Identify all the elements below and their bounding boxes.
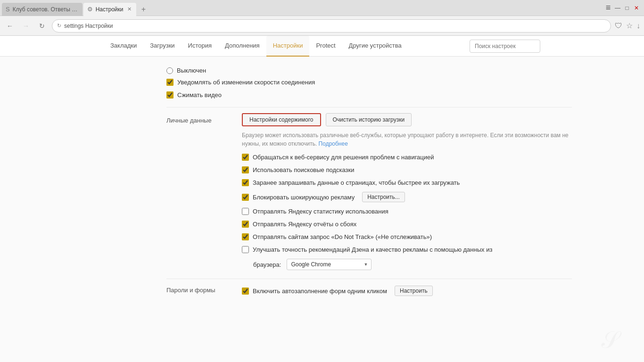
checkbox-send-stats[interactable] (242, 208, 249, 215)
tab-label-settings: Настройки (96, 6, 124, 13)
nav-downloads[interactable]: Загрузки (143, 36, 181, 57)
checkbox-improve-dzen-row: Улучшать точность рекомендаций Дзена и к… (242, 243, 572, 256)
checkbox-do-not-track[interactable] (242, 233, 249, 240)
info-link[interactable]: Подробнее (319, 140, 348, 147)
checkbox-send-reports-row: Отправлять Яндексу отчёты о сбоях (242, 218, 572, 230)
checkbox-do-not-track-row: Отправлять сайтам запрос «Do Not Track» … (242, 230, 572, 243)
settings-search-input[interactable] (470, 40, 540, 53)
tab-icon-klub: S (6, 6, 10, 13)
checkbox-search-hints[interactable] (242, 166, 249, 173)
checkbox-notify-speed[interactable] (166, 79, 173, 86)
checkbox-notify-speed-label: Уведомлять об изменении скорости соедине… (177, 79, 315, 86)
settings-nav: Закладки Загрузки История Дополнения Нас… (0, 36, 644, 57)
checkbox-nav-service-row: Обращаться к веб-сервису для решения про… (242, 151, 572, 164)
page-content: Закладки Загрузки История Дополнения Нас… (0, 36, 644, 362)
shield-icon[interactable]: 🛡 (615, 22, 622, 30)
passwords-section: Пароли и формы Включить автозаполнение ф… (166, 279, 572, 304)
personal-data-section: Личные данные Настройки содержимого Очис… (166, 107, 572, 279)
checkbox-send-stats-row: Отправлять Яндексу статистику использова… (242, 205, 572, 218)
personal-data-info: Браузер может использовать различные веб… (242, 131, 572, 148)
info-text-content: Браузер может использовать различные веб… (242, 132, 569, 147)
tab-label-klub: Клуб советов. Ответы на в... (13, 6, 79, 13)
refresh-button[interactable]: ↻ (36, 20, 48, 32)
download-icon[interactable]: ↓ (636, 22, 640, 30)
address-bar: ← → ↻ ↻ settings Настройки 🛡 ☆ ↓ (0, 16, 644, 36)
tab-klub-sovetov[interactable]: S Клуб советов. Ответы на в... (2, 3, 83, 16)
checkbox-notify-speed-row: Уведомлять об изменении скорости соедине… (166, 76, 572, 89)
passwords-content: Включить автозаполнение форм одним клико… (242, 283, 572, 299)
radio-disabled-label: Выключен (177, 67, 206, 74)
back-button[interactable]: ← (4, 20, 16, 32)
nav-other-devices[interactable]: Другие устройства (342, 36, 408, 57)
tab-settings[interactable]: ⚙ Настройки ✕ (83, 3, 136, 16)
content-settings-button[interactable]: Настройки содержимого (242, 113, 321, 126)
autofill-configure-button[interactable]: Настроить (395, 286, 433, 296)
connection-section: Выключен Уведомлять об изменении скорост… (166, 61, 572, 107)
checkbox-autofill-row: Включить автозаполнение форм одним клико… (242, 283, 572, 299)
clear-history-button[interactable]: Очистить историю загрузки (326, 113, 412, 126)
checkbox-search-hints-label: Использовать поисковые подсказки (253, 166, 355, 173)
checkbox-block-ads[interactable] (242, 194, 249, 201)
configure-ads-button[interactable]: Настроить... (362, 192, 405, 202)
title-bar: S Клуб советов. Ответы на в... ⚙ Настрой… (0, 0, 644, 16)
minimize-button[interactable]: — (614, 4, 621, 12)
restore-button[interactable]: □ (623, 4, 631, 12)
checkbox-nav-service[interactable] (242, 154, 249, 161)
close-button[interactable]: ✕ (633, 4, 640, 12)
url-text: settings Настройки (64, 23, 113, 29)
radio-disabled-row: Выключен (166, 65, 572, 76)
checkbox-send-stats-label: Отправлять Яндексу статистику использова… (253, 208, 388, 215)
bookmark-icon[interactable]: ☆ (626, 21, 633, 30)
checkbox-compress-video-row: Сжимать видео (166, 89, 572, 101)
settings-body: Выключен Уведомлять об изменении скорост… (63, 57, 581, 314)
checkbox-block-ads-row: Блокировать шокирующую рекламу Настроить… (242, 189, 572, 205)
personal-data-label: Личные данные (166, 113, 242, 124)
window-controls: ≡ — □ ✕ (604, 4, 644, 12)
url-security-icon: ↻ (57, 23, 61, 29)
checkbox-compress-video-label: Сжимать видео (177, 91, 222, 99)
tab-close-button[interactable]: ✕ (126, 5, 132, 13)
checkbox-prefetch[interactable] (242, 179, 249, 186)
checkbox-send-reports-label: Отправлять Яндексу отчёты о сбоях (253, 221, 356, 228)
checkbox-nav-service-label: Обращаться к веб-сервису для решения про… (253, 154, 434, 161)
browser-select-prefix-label: браузера: (253, 261, 281, 268)
new-tab-button[interactable]: + (137, 3, 150, 16)
url-bar[interactable]: ↻ settings Настройки (52, 19, 611, 33)
tab-icon-settings: ⚙ (87, 6, 93, 13)
checkbox-autofill-label: Включить автозаполнение форм одним клико… (253, 288, 387, 295)
checkbox-send-reports[interactable] (242, 221, 249, 228)
nav-addons[interactable]: Дополнения (218, 36, 266, 57)
browser-frame: S Клуб советов. Ответы на в... ⚙ Настрой… (0, 0, 644, 362)
tab-bar: S Клуб советов. Ответы на в... ⚙ Настрой… (0, 0, 604, 16)
checkbox-block-ads-label: Блокировать шокирующую рекламу (253, 194, 355, 201)
checkbox-prefetch-row: Заранее запрашивать данные о страницах, … (242, 176, 572, 189)
menu-button[interactable]: ≡ (604, 4, 612, 12)
checkbox-compress-video[interactable] (166, 91, 173, 99)
nav-settings[interactable]: Настройки (266, 36, 310, 57)
checkbox-improve-dzen-label: Улучшать точность рекомендаций Дзена и к… (253, 246, 492, 253)
personal-data-content: Настройки содержимого Очистить историю з… (242, 113, 572, 273)
browser-select-row: браузера: Google Chrome Яндекс Браузер F… (242, 256, 572, 273)
forward-button[interactable]: → (20, 20, 32, 32)
checkbox-autofill[interactable] (242, 288, 249, 295)
nav-history[interactable]: История (182, 36, 218, 57)
checkbox-search-hints-row: Использовать поисковые подсказки (242, 164, 572, 176)
radio-disabled[interactable] (166, 67, 173, 74)
personal-data-buttons: Настройки содержимого Очистить историю з… (242, 113, 572, 126)
browser-select-wrapper: Google Chrome Яндекс Браузер Firefox Ope… (287, 259, 372, 270)
checkbox-improve-dzen[interactable] (242, 246, 249, 253)
browser-select[interactable]: Google Chrome Яндекс Браузер Firefox Ope… (287, 259, 372, 270)
checkbox-do-not-track-label: Отправлять сайтам запрос «Do Not Track» … (253, 233, 432, 240)
checkbox-prefetch-label: Заранее запрашивать данные о страницах, … (253, 179, 460, 186)
address-actions: 🛡 ☆ ↓ (615, 21, 640, 30)
passwords-label: Пароли и формы (166, 283, 242, 294)
nav-protect[interactable]: Protect (309, 36, 342, 57)
settings-main: Выключен Уведомлять об изменении скорост… (0, 57, 644, 362)
nav-bookmarks[interactable]: Закладки (104, 36, 143, 57)
